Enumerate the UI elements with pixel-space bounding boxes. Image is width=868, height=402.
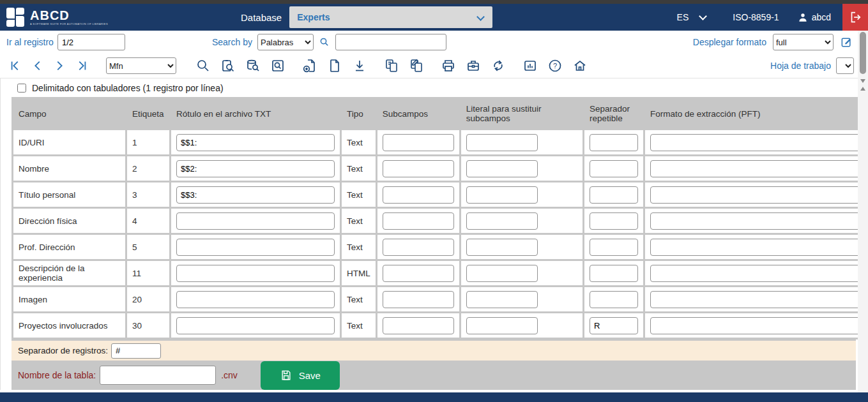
scroll-down-arrow-icon[interactable] (860, 79, 865, 83)
subcampos-input[interactable] (383, 134, 454, 151)
display-format-select[interactable]: full (773, 34, 834, 50)
vertical-scrollbar[interactable] (858, 31, 868, 392)
separador-input[interactable] (590, 134, 638, 151)
home-button[interactable] (571, 57, 589, 75)
sort-order-select[interactable]: Mfn (106, 57, 176, 74)
goto-record-input[interactable] (57, 34, 125, 50)
literal-input[interactable] (466, 317, 538, 334)
literal-input[interactable] (466, 212, 538, 230)
etiqueta-cell: 4 (127, 209, 169, 233)
etiqueta-cell: 30 (127, 313, 169, 338)
literal-input[interactable] (466, 291, 538, 308)
etiqueta-cell: 11 (127, 261, 169, 285)
table-row: Proyectos involucrados 30 Text (13, 313, 866, 338)
new-record-button[interactable] (301, 57, 319, 75)
rotulo-input[interactable] (176, 134, 335, 151)
edit-documents-button[interactable] (407, 57, 425, 75)
table-row: Título personal 3 Text (13, 182, 866, 207)
formato-input[interactable] (650, 317, 861, 334)
worksheet-select[interactable] (836, 57, 854, 74)
literal-input[interactable] (466, 239, 538, 256)
campo-cell: Prof. Dirección (13, 235, 125, 259)
export-table-panel: Delimitado con tabuladores (1 registro p… (0, 78, 868, 390)
first-record-button[interactable] (8, 57, 24, 74)
subcampos-input[interactable] (383, 317, 454, 334)
subcampos-input[interactable] (383, 265, 454, 282)
subcampos-input[interactable] (383, 291, 454, 308)
subcampos-input[interactable] (383, 160, 454, 177)
separador-input[interactable] (590, 317, 638, 334)
separador-input[interactable] (590, 239, 638, 256)
clipboard-search-button[interactable] (219, 57, 237, 75)
table-name-row: Nombre de la tabla: .cnv Save (11, 361, 856, 390)
save-button[interactable]: Save (261, 361, 340, 390)
separador-input[interactable] (590, 186, 638, 204)
refresh-button[interactable] (489, 57, 507, 75)
formato-input[interactable] (650, 265, 861, 282)
previous-record-button[interactable] (29, 57, 46, 74)
logout-button[interactable] (842, 4, 868, 31)
table-row: ID/URI 1 Text (13, 130, 866, 154)
rotulo-input[interactable] (176, 212, 335, 230)
user-menu[interactable]: abcd (797, 11, 831, 23)
table-name-input[interactable] (100, 366, 216, 385)
subcampos-input[interactable] (383, 239, 454, 256)
formato-input[interactable] (650, 186, 861, 204)
formato-input[interactable] (650, 239, 861, 256)
search-button[interactable] (194, 57, 212, 75)
campo-cell: Imagen (13, 287, 125, 311)
literal-input[interactable] (466, 160, 538, 177)
separador-input[interactable] (590, 160, 638, 177)
blank-document-button[interactable] (326, 57, 344, 75)
scroll-up-arrow-icon[interactable] (860, 87, 865, 91)
header-separador: Separador repetible (584, 99, 643, 128)
search-icon[interactable] (319, 36, 330, 48)
header-tipo: Tipo (342, 99, 376, 128)
formato-input[interactable] (650, 212, 861, 230)
rotulo-input[interactable] (176, 160, 335, 177)
rotulo-input[interactable] (176, 239, 335, 256)
download-button[interactable] (351, 57, 369, 75)
database-search-button[interactable] (244, 57, 262, 75)
literal-input[interactable] (466, 134, 538, 151)
separador-input[interactable] (590, 265, 638, 282)
dictionary-search-button[interactable] (269, 57, 287, 75)
help-button[interactable]: ? (546, 57, 564, 75)
tab-delimited-checkbox[interactable] (17, 84, 26, 93)
logout-door-icon (848, 10, 862, 24)
table-row: Nombre 2 Text (13, 156, 866, 181)
campo-cell: Dirección física (13, 209, 125, 233)
svg-text:?: ? (553, 62, 557, 70)
formato-input[interactable] (650, 160, 861, 177)
separador-input[interactable] (590, 291, 638, 308)
rotulo-input[interactable] (176, 186, 335, 204)
scrollbar-thumb[interactable] (860, 32, 866, 74)
edit-format-icon[interactable] (840, 36, 853, 48)
next-record-button[interactable] (51, 57, 68, 74)
rotulo-input[interactable] (176, 291, 335, 308)
rotulo-input[interactable] (176, 265, 335, 282)
database-select[interactable]: Experts (289, 6, 492, 28)
record-separator-label: Separador de registros: (18, 346, 108, 355)
tipo-cell: Text (342, 156, 376, 181)
subcampos-input[interactable] (383, 186, 454, 204)
literal-input[interactable] (466, 186, 538, 204)
search-input[interactable] (335, 34, 446, 50)
subcampos-input[interactable] (383, 212, 454, 230)
campo-cell: Nombre (13, 156, 125, 181)
search-by-select[interactable]: Palabras (257, 34, 314, 50)
record-separator-input[interactable] (111, 343, 161, 359)
print-button[interactable] (439, 57, 457, 75)
rotulo-input[interactable] (176, 317, 335, 334)
separador-input[interactable] (590, 212, 638, 230)
utilities-button[interactable] (464, 57, 482, 75)
formato-input[interactable] (650, 134, 861, 151)
literal-input[interactable] (466, 265, 538, 282)
display-format-label: Desplegar formato (693, 37, 766, 47)
copy-documents-button[interactable] (383, 57, 400, 75)
last-record-button[interactable] (73, 57, 89, 74)
statistics-button[interactable] (521, 57, 539, 75)
formato-input[interactable] (650, 291, 861, 308)
language-select[interactable]: ES (677, 12, 706, 22)
record-nav-bar: Ir al registro Search by Palabras Desple… (0, 31, 868, 54)
